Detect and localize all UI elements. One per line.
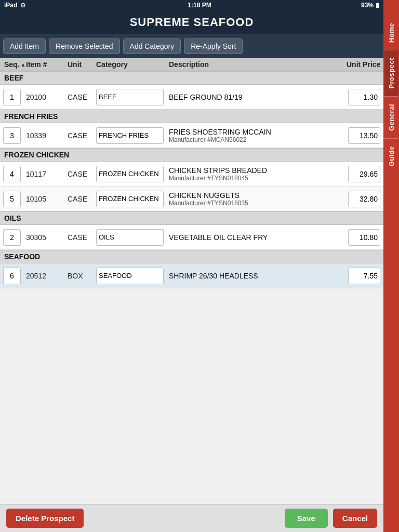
price-input[interactable] — [348, 229, 380, 246]
table-row: 20100 CASE BEEF GROUND 81/19 — [0, 85, 383, 110]
category-input[interactable] — [96, 166, 164, 182]
re-apply-sort-button[interactable]: Re-Apply Sort — [184, 38, 243, 54]
unit: CASE — [65, 168, 94, 180]
app-header: SUPREME SEAFOOD — [0, 10, 383, 34]
item-num: 10117 — [24, 168, 65, 180]
sidebar-tab-general[interactable]: General — [384, 97, 398, 138]
price-input[interactable] — [348, 268, 380, 284]
remove-selected-button[interactable]: Remove Selected — [49, 38, 120, 54]
sidebar-tab-home[interactable]: Home — [384, 16, 398, 50]
seq-input[interactable] — [3, 166, 21, 182]
unit: BOX — [65, 270, 94, 282]
seq-input[interactable] — [3, 127, 21, 144]
item-num: 10339 — [24, 129, 65, 142]
table-row: 20512 BOX SHRIMP 26/30 HEADLESS — [0, 263, 383, 288]
battery-label: 93% — [361, 2, 374, 9]
add-category-button[interactable]: Add Category — [123, 38, 181, 54]
category-header: SEAFOOD — [0, 250, 383, 263]
app-title: SUPREME SEAFOOD — [130, 16, 254, 29]
toolbar: Add Item Remove Selected Add Category Re… — [0, 34, 383, 58]
unit: CASE — [65, 129, 94, 142]
item-num: 30305 — [24, 231, 65, 244]
status-time: 1:18 PM — [188, 2, 211, 9]
item-num: 20100 — [24, 91, 65, 103]
category-input[interactable] — [96, 89, 164, 105]
seq-input[interactable] — [3, 268, 21, 284]
unit: CASE — [65, 231, 94, 244]
category-header: BEEF — [0, 71, 383, 85]
right-sidebar: Home Prospect General Guide — [383, 0, 399, 532]
save-button[interactable]: Save — [285, 509, 328, 528]
category-header: OILS — [0, 211, 383, 225]
sidebar-tab-guide[interactable]: Guide — [384, 139, 398, 174]
col-unit-header: Unit — [65, 60, 94, 69]
description: VEGETABLE OIL CLEAR FRY — [167, 231, 344, 244]
table-body: BEEF 20100 CASE BEEF GROUND 81/19 FRENCH… — [0, 71, 383, 504]
unit: CASE — [65, 193, 94, 205]
price-input[interactable] — [348, 191, 380, 207]
description: FRIES SHOESTRING MCCAIN Manufacturer #MC… — [167, 126, 344, 145]
seq-input[interactable] — [3, 229, 21, 246]
col-seq-header: Seq. ▲ — [0, 60, 24, 69]
item-num: 10105 — [24, 193, 65, 205]
col-item-header: Item # — [24, 60, 65, 69]
item-num: 20512 — [24, 270, 65, 282]
description: CHICKEN STRIPS BREADED Manufacturer #TYS… — [167, 164, 344, 184]
col-description-header: Description — [167, 60, 344, 69]
delete-prospect-button[interactable]: Delete Prospect — [6, 509, 84, 528]
table-row: 10105 CASE CHICKEN NUGGETS Manufacturer … — [0, 187, 383, 211]
description: CHICKEN NUGGETS Manufacturer #TYSN018035 — [167, 189, 344, 209]
price-input[interactable] — [348, 166, 380, 182]
bottom-bar: Delete Prospect Save Cancel — [0, 504, 383, 532]
category-input[interactable] — [96, 191, 164, 207]
table-row: 30305 CASE VEGETABLE OIL CLEAR FRY — [0, 225, 383, 250]
seq-input[interactable] — [3, 89, 21, 105]
unit: CASE — [65, 91, 94, 103]
status-bar: iPad ⊙ 1:18 PM 93% ▮ — [0, 0, 383, 10]
col-category-header: Category — [94, 60, 167, 69]
category-input[interactable] — [96, 127, 164, 144]
description: BEEF GROUND 81/19 — [167, 91, 344, 103]
description: SHRIMP 26/30 HEADLESS — [167, 270, 344, 282]
sidebar-tab-prospect[interactable]: Prospect — [384, 50, 398, 96]
table-row: 10339 CASE FRIES SHOESTRING MCCAIN Manuf… — [0, 123, 383, 148]
col-price-header: Unit Price — [344, 60, 383, 69]
add-item-button[interactable]: Add Item — [3, 38, 46, 54]
category-input[interactable] — [96, 229, 164, 246]
price-input[interactable] — [348, 127, 380, 144]
cancel-button[interactable]: Cancel — [333, 509, 377, 528]
seq-input[interactable] — [3, 191, 21, 207]
category-input[interactable] — [96, 268, 164, 284]
table-row: 10117 CASE CHICKEN STRIPS BREADED Manufa… — [0, 162, 383, 187]
category-header: FRENCH FRIES — [0, 110, 383, 123]
wifi-icon: ⊙ — [20, 2, 25, 9]
device-label: iPad — [4, 2, 17, 9]
price-input[interactable] — [348, 89, 380, 105]
category-header: FROZEN CHICKEN — [0, 148, 383, 162]
battery-icon: ▮ — [376, 2, 379, 9]
column-headers: Seq. ▲ Item # Unit Category Description … — [0, 58, 383, 71]
